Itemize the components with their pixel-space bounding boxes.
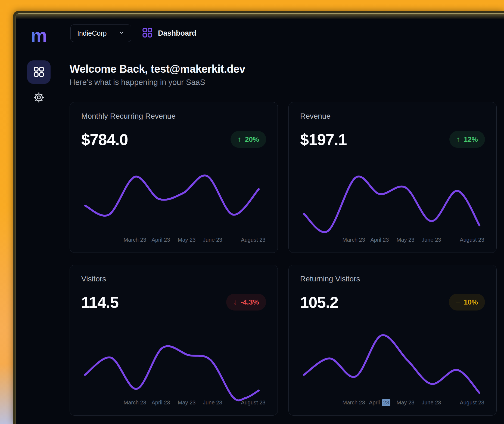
x-axis-label: March 23 [343, 237, 365, 243]
chart-line [85, 176, 259, 216]
sidebar: m [16, 14, 62, 424]
app-header: IndieCorp Dashboard [62, 14, 504, 53]
trend-icon: = [456, 298, 460, 306]
page-title: Dashboard [158, 29, 196, 38]
chart-line [85, 346, 259, 400]
x-axis-label: August 23 [241, 400, 265, 406]
app-window: m [15, 13, 504, 424]
metric-card: Visitors 114.5 ↓ -4.3% March 23April 23M… [70, 265, 278, 416]
value-row: $784.0 ↑ 20% [81, 131, 266, 148]
value-row: 105.2 = 10% [300, 293, 485, 311]
chevron-down-icon [119, 29, 125, 37]
trend-value: 10% [464, 298, 478, 306]
gear-icon [33, 92, 45, 104]
selected-text: 23 [382, 399, 390, 406]
sidebar-item-settings[interactable] [32, 91, 46, 104]
trend-icon: ↑ [238, 135, 241, 144]
line-chart[interactable] [300, 153, 485, 235]
trend-value: 20% [245, 135, 259, 144]
metric-value: $784.0 [81, 130, 128, 149]
main-area: IndieCorp Dashboard [62, 14, 504, 424]
x-axis-label: May 23 [397, 237, 415, 243]
chart-line [304, 335, 480, 393]
line-chart[interactable] [300, 316, 485, 398]
x-axis-label: August 23 [460, 400, 484, 406]
x-axis-label: June 23 [203, 400, 222, 406]
trend-value: 12% [464, 135, 478, 144]
page-heading: Dashboard [142, 27, 196, 39]
dashboard-grid-icon [142, 27, 153, 39]
page-content: Welcome Back, test@makerkit.dev Here's w… [62, 53, 504, 416]
line-chart[interactable] [81, 153, 266, 235]
x-axis-label: August 23 [241, 237, 265, 243]
card-title: Returning Visitors [300, 275, 485, 283]
trend-badge: ↑ 12% [449, 131, 485, 148]
trend-badge: ↑ 20% [231, 131, 266, 148]
x-axis-label: June 23 [203, 237, 222, 243]
trend-icon: ↑ [456, 135, 460, 144]
x-axis: March 23April 23May 23June 23August 23 [300, 235, 485, 244]
x-axis-label: April 23 [151, 400, 170, 406]
trend-badge: = 10% [449, 294, 485, 311]
line-chart[interactable] [81, 316, 266, 398]
trend-value: -4.3% [241, 298, 259, 306]
x-axis-label: May 23 [178, 237, 196, 243]
metric-cards: Monthly Recurring Revenue $784.0 ↑ 20% M… [70, 102, 497, 416]
grid-icon [33, 66, 44, 78]
x-axis: March 23April 23May 23June 23August 23 [81, 398, 266, 407]
chart-line [304, 176, 480, 232]
team-selector-label: IndieCorp [77, 29, 107, 37]
metric-card: Returning Visitors 105.2 = 10% March 23A… [288, 265, 497, 416]
welcome-title: Welcome Back, test@makerkit.dev [70, 63, 497, 75]
metric-value: 114.5 [81, 293, 119, 311]
x-axis-label: March 23 [124, 237, 146, 243]
x-axis-label: June 23 [422, 237, 441, 243]
metric-card: Monthly Recurring Revenue $784.0 ↑ 20% M… [70, 102, 278, 253]
x-axis: March 23April 23May 23June 23August 23 [81, 235, 266, 244]
x-axis-label: March 23 [343, 400, 365, 406]
x-axis-label: June 23 [422, 400, 441, 406]
value-row: 114.5 ↓ -4.3% [81, 293, 266, 311]
trend-badge: ↓ -4.3% [226, 294, 266, 311]
x-axis-label: April 23 [151, 237, 170, 243]
card-title: Revenue [300, 112, 485, 120]
x-axis-label: August 23 [460, 237, 484, 243]
x-axis-label: April 23 [370, 237, 389, 243]
x-axis-label: May 23 [397, 400, 415, 406]
x-axis-label: March 23 [124, 400, 146, 406]
welcome-subtitle: Here's what is happening in your SaaS [70, 78, 497, 87]
makerkit-logo: m [31, 28, 47, 43]
sidebar-item-dashboard[interactable] [27, 60, 51, 84]
x-axis: March 23April23May 23June 23August 23 [300, 398, 485, 407]
metric-value: $197.1 [300, 130, 347, 149]
card-title: Visitors [81, 275, 266, 283]
metric-card: Revenue $197.1 ↑ 12% March 23April 23May… [288, 102, 497, 253]
metric-value: 105.2 [300, 293, 338, 311]
trend-icon: ↓ [233, 298, 237, 306]
team-selector-button[interactable]: IndieCorp [70, 24, 131, 42]
x-axis-label: April23 [369, 400, 390, 406]
card-title: Monthly Recurring Revenue [81, 112, 266, 120]
x-axis-label: May 23 [178, 400, 196, 406]
value-row: $197.1 ↑ 12% [300, 131, 485, 148]
